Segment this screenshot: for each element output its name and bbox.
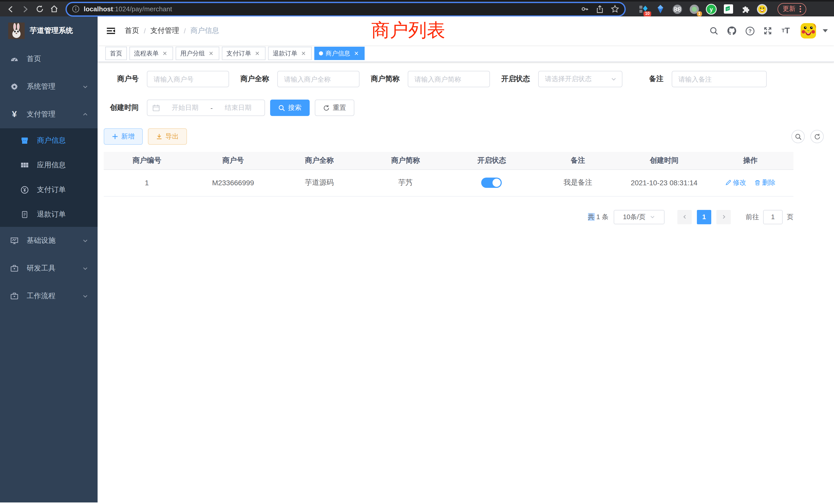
font-size-icon[interactable]: TT <box>780 25 792 37</box>
button-label: 导出 <box>166 132 179 141</box>
breadcrumb: 首页 / 支付管理 / 商户信息 <box>125 26 219 36</box>
help-icon[interactable]: ? <box>744 25 756 37</box>
extension-y-icon[interactable]: y <box>706 3 717 15</box>
sidebar-item-merchant-info[interactable]: 商户信息 <box>0 128 97 153</box>
breadcrumb-current: 商户信息 <box>191 26 219 36</box>
cell-merchant-no: M233666999 <box>190 169 276 196</box>
cell-short-name: 芋艿 <box>362 169 448 196</box>
bookmark-star-icon[interactable] <box>611 5 619 13</box>
chevron-down-icon <box>82 293 88 299</box>
screen: localhost:1024/pay/merchant 10 <box>0 0 834 504</box>
tab-pay-order[interactable]: 支付订单✕ <box>222 47 265 60</box>
short-name-input[interactable] <box>408 71 490 87</box>
page-size-select[interactable]: 10条/页 <box>614 210 664 224</box>
extension-chat-icon[interactable] <box>723 3 734 15</box>
sidebar-item-infrastructure[interactable]: 基础设施 <box>0 227 97 255</box>
font-size-big-glyph: T <box>785 27 790 35</box>
user-menu-caret-icon[interactable] <box>823 29 828 32</box>
export-button[interactable]: 导出 <box>148 128 187 145</box>
close-icon[interactable]: ✕ <box>207 50 215 57</box>
button-label: 新增 <box>121 132 135 141</box>
tab-home[interactable]: 首页 <box>105 47 127 60</box>
edit-link[interactable]: 修改 <box>725 178 746 187</box>
sidebar-collapse-icon[interactable] <box>105 25 116 37</box>
sidebar-item-home[interactable]: 首页 <box>0 45 97 73</box>
button-label: 搜索 <box>288 103 302 112</box>
browser-forward-icon[interactable] <box>20 3 31 15</box>
search-button[interactable]: 搜索 <box>270 99 310 116</box>
col-full-name: 商户全称 <box>276 152 363 169</box>
status-toggle[interactable] <box>481 178 502 188</box>
gear-icon <box>10 83 19 91</box>
field-label: 商户号 <box>104 74 139 84</box>
prev-page-button[interactable] <box>677 210 692 224</box>
date-range-picker[interactable]: 开始日期 - 结束日期 <box>147 99 265 116</box>
status-select[interactable]: 请选择开启状态 <box>538 71 622 87</box>
extensions-puzzle-icon[interactable] <box>740 3 751 15</box>
share-icon[interactable] <box>596 5 604 13</box>
address-bar[interactable]: localhost:1024/pay/merchant <box>67 3 624 15</box>
extension-tab-counter-icon[interactable]: 1 <box>689 3 700 15</box>
close-icon[interactable]: ✕ <box>353 50 360 57</box>
close-icon[interactable]: ✕ <box>254 50 261 57</box>
browser-home-icon[interactable] <box>48 3 60 15</box>
edit-icon <box>725 180 731 186</box>
total-suffix: 条 <box>602 213 609 221</box>
tab-merchant-info[interactable]: 商户信息✕ <box>314 47 365 60</box>
merchant-no-input[interactable] <box>147 71 229 87</box>
chrome-update-button[interactable]: 更新 <box>777 3 806 15</box>
sidebar-item-system[interactable]: 系统管理 <box>0 73 97 100</box>
refresh-table-button[interactable] <box>810 130 824 143</box>
github-icon[interactable] <box>726 25 738 37</box>
sidebar-item-app-info[interactable]: 应用信息 <box>0 153 97 178</box>
toggle-search-button[interactable] <box>791 130 805 143</box>
tab-label: 用户分组 <box>180 49 205 58</box>
sidebar-item-label: 退款订单 <box>37 210 66 219</box>
monitor-chart-icon <box>10 236 19 245</box>
sidebar-item-workflow[interactable]: 工作流程 <box>0 282 97 310</box>
field-label: 商户简称 <box>371 74 399 84</box>
remark-input[interactable] <box>672 71 767 87</box>
next-page-button[interactable] <box>717 210 731 224</box>
page-number-1[interactable]: 1 <box>697 210 711 224</box>
sidebar-item-payment[interactable]: ¥ 支付管理 <box>0 100 97 128</box>
extension-gem-icon[interactable] <box>655 3 666 15</box>
app-logo-row[interactable]: 芋道管理系统 <box>0 17 97 45</box>
url-text[interactable]: localhost:1024/pay/merchant <box>84 5 580 13</box>
breadcrumb-home[interactable]: 首页 <box>125 26 139 36</box>
browser-reload-icon[interactable] <box>34 3 45 15</box>
browser-back-icon[interactable] <box>5 3 17 15</box>
full-name-input[interactable] <box>277 71 359 87</box>
sidebar-item-pay-order[interactable]: 支付订单 <box>0 178 97 202</box>
breadcrumb-separator: / <box>184 27 186 35</box>
tab-process-form[interactable]: 流程表单✕ <box>129 47 173 60</box>
briefcase-icon <box>10 292 19 300</box>
update-label: 更新 <box>783 5 795 13</box>
sidebar-item-dev-tools[interactable]: 研发工具 <box>0 255 97 282</box>
browser-menu-icon[interactable] <box>799 6 801 12</box>
close-icon[interactable]: ✕ <box>161 50 169 57</box>
col-actions: 操作 <box>707 152 793 169</box>
password-key-icon[interactable] <box>580 5 589 13</box>
tab-user-group[interactable]: 用户分组✕ <box>176 47 219 60</box>
close-icon[interactable]: ✕ <box>300 50 307 57</box>
filter-row-1: 商户号 商户全称 商户简称 开启状态 请选择开启状态 <box>104 71 824 87</box>
add-button[interactable]: 新增 <box>104 128 143 145</box>
user-avatar[interactable] <box>800 23 816 39</box>
sidebar-item-refund-order[interactable]: 退款订单 <box>0 202 97 227</box>
fullscreen-icon[interactable] <box>762 25 774 37</box>
delete-link[interactable]: 删除 <box>754 178 775 187</box>
goto-page-input[interactable] <box>763 210 783 224</box>
site-info-icon[interactable] <box>72 5 80 13</box>
reset-button[interactable]: 重置 <box>315 99 354 116</box>
filter-merchant-no: 商户号 <box>104 71 229 87</box>
extension-pinned-icon[interactable]: 10 <box>638 3 649 15</box>
tab-refund-order[interactable]: 退款订单✕ <box>268 47 312 60</box>
table-toolbar: 新增 导出 <box>104 128 824 145</box>
col-merchant-no: 商户号 <box>190 152 276 169</box>
header-search-icon[interactable] <box>708 25 720 37</box>
extension-command-icon[interactable] <box>672 3 683 15</box>
briefcase-icon <box>10 264 19 273</box>
breadcrumb-payment[interactable]: 支付管理 <box>151 26 179 36</box>
profile-avatar-icon[interactable] <box>756 3 768 15</box>
